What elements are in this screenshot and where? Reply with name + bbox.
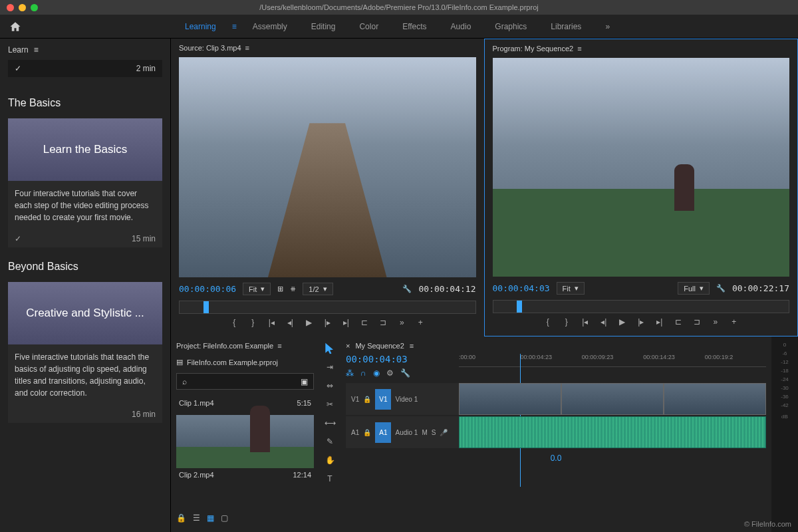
freeform-view-icon[interactable]: ▢ [221, 513, 228, 523]
program-monitor-header[interactable]: Program: My Sequence2 ≡ [493, 45, 790, 53]
timeline-ruler[interactable]: :00:00 00:00:04:23 00:00:09:23 00:00:14:… [459, 354, 766, 367]
close-window-button[interactable] [7, 4, 14, 11]
lift-button[interactable]: ⊏ [674, 317, 683, 327]
snap-icon[interactable]: ⁂ [346, 368, 354, 378]
timeline-clip[interactable] [561, 383, 664, 415]
step-forward-button[interactable]: |▸ [323, 318, 332, 327]
add-button[interactable]: + [416, 318, 425, 327]
wrench-icon[interactable]: 🔧 [716, 284, 726, 293]
track-source-label[interactable]: V1 [351, 396, 359, 403]
settings-icon[interactable]: ⚙ [386, 368, 394, 378]
mark-in-button[interactable]: { [229, 318, 239, 327]
program-quality-select[interactable]: Full▾ [678, 282, 710, 295]
panel-menu-icon[interactable]: ≡ [410, 342, 414, 350]
source-fit-select[interactable]: Fit▾ [243, 283, 271, 295]
search-input[interactable] [187, 376, 301, 386]
go-to-out-button[interactable]: ▸| [655, 317, 664, 327]
source-video-preview[interactable] [179, 57, 476, 277]
go-to-in-button[interactable]: |◂ [581, 317, 590, 327]
lock-icon[interactable]: 🔒 [363, 429, 371, 436]
home-icon[interactable] [9, 21, 21, 33]
track-target[interactable]: A1 [375, 422, 391, 443]
go-to-in-button[interactable]: |◂ [267, 318, 276, 327]
extract-button[interactable]: ⊐ [692, 317, 702, 327]
add-button[interactable]: + [730, 317, 739, 327]
timeline-timecode[interactable]: 00:00:04:03 [346, 354, 459, 364]
workspace-tab-learning[interactable]: Learning [174, 17, 227, 37]
video-track-body[interactable] [459, 383, 766, 415]
step-back-button[interactable]: ◂| [599, 317, 608, 327]
project-file-row[interactable]: ▤ FileInfo.com Example.prproj [176, 355, 314, 369]
mark-out-button[interactable]: } [248, 318, 257, 327]
program-fit-select[interactable]: Fit▾ [557, 282, 585, 295]
play-button[interactable]: ▶ [304, 318, 313, 327]
panel-menu-icon[interactable]: ≡ [277, 342, 281, 350]
source-scrubber[interactable] [179, 301, 476, 314]
program-video-preview[interactable] [493, 58, 790, 277]
source-monitor-header[interactable]: Source: Clip 3.mp4 ≡ [179, 44, 476, 52]
lock-icon[interactable]: 🔒 [176, 513, 186, 523]
go-to-out-button[interactable]: ▸| [341, 318, 350, 327]
list-view-icon[interactable]: ☰ [193, 513, 200, 523]
wrench-icon[interactable]: 🔧 [400, 368, 410, 378]
track-target[interactable]: V1 [375, 389, 391, 410]
timeline-clip[interactable] [459, 383, 561, 415]
clip-item[interactable]: Clip 1.mp45:15 [176, 394, 314, 412]
marker-icon[interactable]: ◉ [373, 368, 380, 378]
source-zoom-select[interactable]: 1/2▾ [303, 283, 332, 295]
panel-menu-icon[interactable]: ≡ [577, 45, 581, 53]
play-button[interactable]: ▶ [618, 317, 627, 327]
settings-icon[interactable]: ⊞ [277, 285, 283, 293]
selection-tool[interactable] [323, 342, 336, 355]
ripple-edit-tool[interactable]: ⇔ [323, 379, 336, 392]
overwrite-button[interactable]: ⊐ [378, 318, 388, 327]
timeline-clip[interactable] [664, 383, 766, 415]
workspace-tab-color[interactable]: Color [348, 17, 389, 37]
track-source-label[interactable]: A1 [351, 429, 359, 436]
more-button[interactable]: » [397, 318, 406, 327]
workspace-tab-graphics[interactable]: Graphics [484, 17, 537, 37]
workspace-tab-libraries[interactable]: Libraries [540, 17, 592, 37]
audio-track-body[interactable] [459, 416, 766, 448]
workspace-tab-editing[interactable]: Editing [301, 17, 346, 37]
linked-selection-icon[interactable]: ∩ [360, 368, 366, 378]
lock-icon[interactable]: 🔒 [363, 396, 371, 403]
panel-menu-icon[interactable]: ≡ [245, 44, 249, 52]
clip-item[interactable]: Clip 2.mp412:14 [176, 412, 314, 484]
track-select-tool[interactable]: ⇥ [323, 360, 336, 374]
program-in-timecode[interactable]: 00:00:04:03 [493, 283, 550, 293]
marker-icon[interactable]: ⧺ [290, 285, 296, 293]
timeline-audio-clip[interactable] [459, 416, 766, 448]
maximize-window-button[interactable] [31, 4, 38, 11]
more-button[interactable]: » [711, 317, 720, 327]
mark-in-button[interactable]: { [543, 317, 553, 327]
minimize-window-button[interactable] [19, 4, 26, 11]
timeline-header[interactable]: × My Sequence2 ≡ [346, 342, 766, 350]
workspace-tab-audio[interactable]: Audio [440, 17, 482, 37]
workspace-tab-effects[interactable]: Effects [392, 17, 437, 37]
slip-tool[interactable]: ⟷ [323, 416, 336, 430]
track-header[interactable]: A1 🔒 A1 Audio 1 M S 🎤 [346, 416, 459, 448]
icon-view-icon[interactable]: ▦ [207, 513, 214, 523]
close-tab-icon[interactable]: × [346, 342, 350, 350]
workspace-overflow-icon[interactable]: » [595, 17, 620, 37]
record-icon[interactable]: 🎤 [440, 429, 448, 436]
pen-tool[interactable]: ✎ [323, 435, 336, 448]
hand-tool[interactable]: ✋ [323, 454, 336, 467]
wrench-icon[interactable]: 🔧 [402, 285, 412, 293]
razor-tool[interactable]: ✂ [323, 398, 336, 411]
type-tool[interactable]: T [323, 472, 336, 485]
step-forward-button[interactable]: |▸ [636, 317, 646, 327]
track-header[interactable]: V1 🔒 V1 Video 1 [346, 383, 459, 415]
mark-out-button[interactable]: } [562, 317, 571, 327]
source-in-timecode[interactable]: 00:00:00:06 [179, 284, 236, 294]
solo-button[interactable]: S [432, 429, 436, 436]
tutorial-card-beyond[interactable]: Creative and Stylistic ... Five interact… [8, 282, 162, 423]
panel-menu-icon[interactable]: ≡ [34, 45, 39, 55]
timeline-zoom[interactable]: 0.0 [346, 450, 766, 467]
filter-icon[interactable]: ▣ [301, 377, 308, 386]
tutorial-card-basics[interactable]: Learn the Basics Four interactive tutori… [8, 118, 162, 247]
project-panel-header[interactable]: Project: FileInfo.com Example ≡ [176, 342, 314, 350]
intro-tutorial-row[interactable]: ✓ 2 min [8, 60, 162, 77]
workspace-menu-icon[interactable]: ≡ [229, 17, 239, 37]
